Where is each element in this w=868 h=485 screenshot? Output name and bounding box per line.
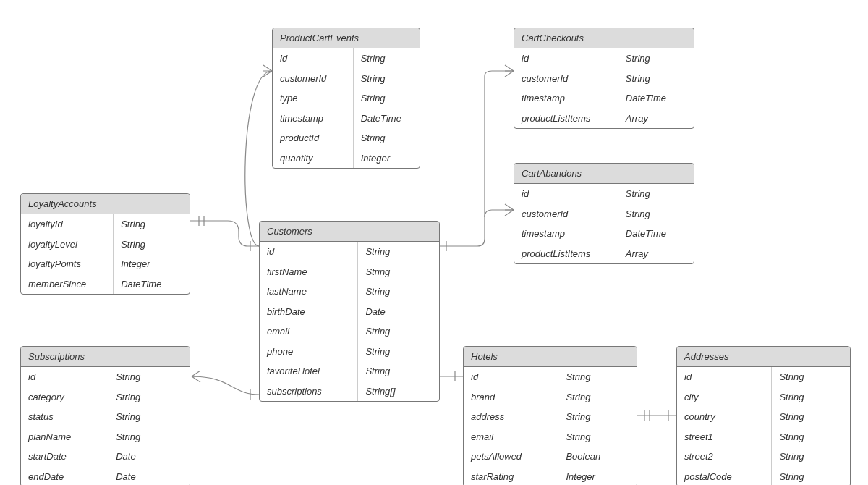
field-name: category xyxy=(21,387,108,408)
field-name: birthDate xyxy=(260,302,357,322)
field-name: quantity xyxy=(273,148,353,169)
field-name: email xyxy=(260,321,357,342)
field-name: postalCode xyxy=(677,467,771,485)
entity-title: Addresses xyxy=(677,347,850,367)
field-type: Date xyxy=(358,302,439,322)
field-name: timestamp xyxy=(273,109,353,129)
entity-subscriptions: Subscriptions id category status planNam… xyxy=(20,346,190,485)
field-type: Date xyxy=(109,447,190,467)
entity-title: LoyaltyAccounts xyxy=(21,194,190,214)
field-type: String xyxy=(109,407,190,427)
field-type: String xyxy=(772,427,850,447)
field-type: String xyxy=(358,242,439,262)
field-name: favoriteHotel xyxy=(260,361,357,381)
field-name: petsAllowed xyxy=(464,447,558,467)
field-type: String xyxy=(354,128,420,148)
field-name: customerId xyxy=(514,204,618,224)
field-name: country xyxy=(677,407,771,427)
field-type: String xyxy=(358,282,439,302)
entity-addresses: Addresses id city country street1 street… xyxy=(676,346,851,485)
entity-cart-checkouts: CartCheckouts id customerId timestamp pr… xyxy=(514,28,694,129)
field-name: loyaltyPoints xyxy=(21,254,113,274)
field-name: subscriptions xyxy=(260,381,357,402)
field-name: id xyxy=(464,367,558,387)
field-name: email xyxy=(464,427,558,447)
field-type: DateTime xyxy=(114,274,190,295)
field-type: String xyxy=(772,407,850,427)
entity-loyalty-accounts: LoyaltyAccounts loyaltyId loyaltyLevel l… xyxy=(20,193,190,295)
field-name: id xyxy=(273,48,353,69)
field-type: String xyxy=(354,48,420,69)
field-type: String xyxy=(772,467,850,485)
entity-hotels: Hotels id brand address email petsAllowe… xyxy=(463,346,637,485)
field-type: Integer xyxy=(114,254,190,274)
field-type: String xyxy=(109,367,190,387)
field-type: DateTime xyxy=(618,88,694,109)
field-type: String[] xyxy=(358,381,439,402)
field-name: productId xyxy=(273,128,353,148)
field-name: street1 xyxy=(677,427,771,447)
entity-title: CartAbandons xyxy=(514,164,694,184)
field-name: endDate xyxy=(21,467,108,485)
field-type: Integer xyxy=(558,467,637,485)
field-name: id xyxy=(260,242,357,262)
entity-title: Hotels xyxy=(464,347,637,367)
field-type: String xyxy=(354,69,420,89)
field-type: String xyxy=(358,361,439,381)
field-type: Date xyxy=(109,467,190,485)
entity-cart-abandons: CartAbandons id customerId timestamp pro… xyxy=(514,163,694,264)
field-type: String xyxy=(354,88,420,109)
field-name: productListItems xyxy=(514,109,618,129)
field-name: planName xyxy=(21,427,108,447)
entity-customers: Customers id firstName lastName birthDat… xyxy=(259,221,440,402)
field-type: Array xyxy=(618,109,694,129)
field-type: String xyxy=(558,427,637,447)
field-type: String xyxy=(618,69,694,89)
field-name: lastName xyxy=(260,282,357,302)
field-name: loyaltyLevel xyxy=(21,235,113,255)
field-name: starRating xyxy=(464,467,558,485)
field-name: address xyxy=(464,407,558,427)
field-type: String xyxy=(558,367,637,387)
field-type: String xyxy=(772,367,850,387)
field-name: id xyxy=(514,48,618,69)
field-type: String xyxy=(618,204,694,224)
field-name: memberSince xyxy=(21,274,113,295)
entity-title: ProductCartEvents xyxy=(273,28,420,48)
field-name: id xyxy=(677,367,771,387)
field-name: status xyxy=(21,407,108,427)
entity-product-cart-events: ProductCartEvents id customerId type tim… xyxy=(272,28,420,169)
field-name: timestamp xyxy=(514,88,618,109)
field-name: timestamp xyxy=(514,224,618,244)
field-type: String xyxy=(109,387,190,408)
field-name: startDate xyxy=(21,447,108,467)
field-name: loyaltyId xyxy=(21,214,113,235)
field-type: String xyxy=(558,407,637,427)
entity-title: Customers xyxy=(260,222,439,242)
field-type: String xyxy=(358,342,439,362)
field-type: String xyxy=(114,235,190,255)
field-type: String xyxy=(109,427,190,447)
field-type: String xyxy=(358,321,439,342)
field-name: id xyxy=(514,184,618,204)
field-type: String xyxy=(114,214,190,235)
entity-title: CartCheckouts xyxy=(514,28,694,48)
field-type: String xyxy=(772,387,850,408)
field-type: DateTime xyxy=(354,109,420,129)
field-name: type xyxy=(273,88,353,109)
field-name: customerId xyxy=(514,69,618,89)
field-type: Array xyxy=(618,244,694,264)
field-type: String xyxy=(558,387,637,408)
entity-title: Subscriptions xyxy=(21,347,190,367)
field-name: firstName xyxy=(260,262,357,282)
field-type: Boolean xyxy=(558,447,637,467)
field-name: street2 xyxy=(677,447,771,467)
field-type: String xyxy=(772,447,850,467)
field-name: productListItems xyxy=(514,244,618,264)
field-name: city xyxy=(677,387,771,408)
field-name: phone xyxy=(260,342,357,362)
field-type: String xyxy=(358,262,439,282)
field-type: String xyxy=(618,48,694,69)
field-name: brand xyxy=(464,387,558,408)
field-type: DateTime xyxy=(618,224,694,244)
